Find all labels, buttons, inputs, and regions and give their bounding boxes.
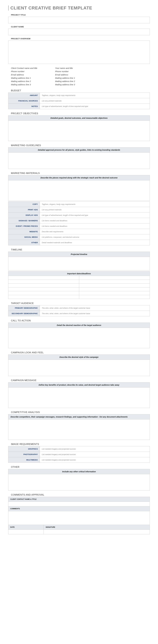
- cell[interactable]: [8, 280, 79, 284]
- input-objectives[interactable]: [8, 120, 150, 141]
- table-row: NOTESList type of advertisement, length …: [8, 104, 150, 109]
- table-row: [8, 288, 150, 291]
- kv-key: WEBSITE: [8, 229, 40, 234]
- cell[interactable]: [79, 280, 150, 284]
- table-row: EVENT / PROMO PIECESList items needed an…: [8, 224, 150, 229]
- kv-val[interactable]: List needed imagery and projected source…: [40, 457, 150, 463]
- cell[interactable]: [8, 284, 79, 288]
- cell[interactable]: [79, 284, 150, 288]
- kv-key: SIGNAGE / BANNERS: [8, 218, 40, 224]
- input-approval-date[interactable]: [8, 530, 44, 534]
- deadlines-table: Important dates/deadlines: [8, 271, 150, 299]
- table-row: [8, 291, 150, 295]
- input-guidelines[interactable]: [8, 152, 150, 169]
- input-projected-timeline[interactable]: [8, 257, 150, 270]
- prompt-guidelines: Detailed approval process for all pieces…: [8, 147, 150, 152]
- budget-table: AMOUNTTaglines, slogans, body copy requi…: [8, 92, 150, 109]
- cell[interactable]: [79, 288, 150, 291]
- table-row: OTHERDetail needed materials and deadlin…: [8, 240, 150, 246]
- page-title: CLIENT CREATIVE BRIEF TEMPLATE: [8, 6, 150, 10]
- kv-val[interactable]: Detail needed materials and deadlines: [40, 240, 150, 246]
- kv-val[interactable]: List needed imagery and projected source…: [40, 452, 150, 457]
- kv-key: COPY: [8, 202, 40, 207]
- cell[interactable]: [8, 288, 79, 291]
- cell[interactable]: [79, 276, 150, 280]
- section-competitive: COMPETITIVE ANALYSIS: [11, 411, 150, 414]
- cell[interactable]: [8, 295, 79, 299]
- table-row: DATE SIGNATURE: [8, 525, 150, 530]
- kv-val[interactable]: List needed imagery and projected source…: [40, 446, 150, 452]
- kv-val[interactable]: List any printed materials: [40, 98, 150, 104]
- table-row: MULTIMEDIAList needed imagery and projec…: [8, 457, 150, 463]
- input-approval-name[interactable]: [8, 502, 150, 506]
- kv-key: PHOTOGRAPHY: [8, 452, 40, 457]
- approval-signature-label: SIGNATURE: [44, 525, 150, 530]
- kv-key: NOTES: [8, 104, 40, 109]
- kv-val[interactable]: List items needed and deadlines: [40, 218, 150, 224]
- table-row: CLIENT CONTACT NAME & TITLE: [8, 497, 150, 502]
- approval-name-label: CLIENT CONTACT NAME & TITLE: [8, 497, 150, 502]
- table-row: [8, 284, 150, 288]
- kv-key: PRIMARY DEMOGRAPHIC: [8, 305, 40, 311]
- input-materials-overview[interactable]: [8, 180, 150, 201]
- kv-val[interactable]: The who, what, when, and where of the ta…: [40, 311, 150, 316]
- input-competitive[interactable]: [8, 419, 150, 440]
- images-table: GRAPHICSList needed imagery and projecte…: [8, 446, 150, 463]
- contact-line: Your name and title: [55, 66, 75, 70]
- prompt-cta: Detail the desired reaction of the targe…: [8, 322, 150, 328]
- section-materials: MARKETING MATERIALS: [11, 172, 150, 174]
- kv-key: SECONDARY DEMOGRAPHIC: [8, 311, 40, 316]
- prompt-other: Include any other critical information: [8, 469, 150, 474]
- approval-table: CLIENT CONTACT NAME & TITLE COMMENTS DAT…: [8, 497, 150, 534]
- contact-line: Email address: [55, 73, 75, 76]
- kv-val[interactable]: List type of advertisement, length of ti…: [40, 212, 150, 218]
- cell[interactable]: [79, 295, 150, 299]
- table-row: AMOUNTTaglines, slogans, body copy requi…: [8, 93, 150, 98]
- table-row: [8, 502, 150, 506]
- input-project-overview[interactable]: [8, 40, 150, 64]
- label-project-overview: PROJECT OVERVIEW: [11, 38, 150, 40]
- input-look[interactable]: [8, 360, 150, 376]
- kv-val[interactable]: Taglines, slogans, body copy requirement…: [40, 93, 150, 98]
- cell[interactable]: [8, 291, 79, 295]
- kv-val[interactable]: List platforms, manpower, and desired ou…: [40, 234, 150, 240]
- kv-val[interactable]: List any printed materials: [40, 207, 150, 212]
- input-other[interactable]: [8, 474, 150, 490]
- section-audience: TARGET AUDIENCE: [11, 302, 150, 305]
- table-row: SIGNAGE / BANNERSList items needed and d…: [8, 218, 150, 224]
- kv-key: OTHER: [8, 240, 40, 246]
- prompt-objectives: Detailed goals, desired outcomes, and me…: [8, 116, 150, 120]
- table-row: [8, 280, 150, 284]
- kv-val[interactable]: Taglines, slogans, body copy requirement…: [40, 202, 150, 207]
- section-timeline: TIMELINE: [11, 248, 150, 251]
- input-approval-signature[interactable]: [44, 530, 150, 534]
- input-approval-comments[interactable]: [8, 511, 150, 525]
- cell[interactable]: [79, 291, 150, 295]
- input-project-title[interactable]: [8, 17, 150, 23]
- approval-comments-label: COMMENTS: [8, 506, 150, 511]
- table-row: [8, 511, 150, 525]
- cell[interactable]: [8, 276, 79, 280]
- contact-line: Mailing address line 3: [11, 83, 38, 86]
- table-row: SECONDARY DEMOGRAPHICThe who, what, when…: [8, 311, 150, 316]
- table-row: [8, 295, 150, 299]
- input-client-name[interactable]: [8, 28, 150, 35]
- kv-val[interactable]: List items needed and deadlines: [40, 224, 150, 229]
- section-approval: COMMENTS AND APPROVAL: [11, 494, 150, 496]
- kv-key: AMOUNT: [8, 93, 40, 98]
- table-row: [8, 530, 150, 534]
- section-images: IMAGE REQUIREMENTS: [11, 443, 150, 446]
- input-message[interactable]: [8, 388, 150, 408]
- contact-line: Mailing address line 1: [11, 76, 38, 80]
- table-row: DISPLAY ADSList type of advertisement, l…: [8, 212, 150, 218]
- kv-val[interactable]: The who, what, when, and where of the ta…: [40, 305, 150, 311]
- prompt-materials: Describe the pieces required along with …: [8, 175, 150, 180]
- kv-key: EVENT / PROMO PIECES: [8, 224, 40, 229]
- input-cta[interactable]: [8, 328, 150, 348]
- kv-val[interactable]: Describe web requirements: [40, 229, 150, 234]
- label-project-title: PROJECT TITLE: [11, 14, 150, 16]
- client-contact-col: Client Contact name and title Phone numb…: [11, 66, 38, 86]
- kv-val[interactable]: List type of advertisement, length of ti…: [40, 104, 150, 109]
- label-client-name: CLIENT NAME: [11, 26, 150, 28]
- section-cta: CALL TO ACTION: [11, 319, 150, 322]
